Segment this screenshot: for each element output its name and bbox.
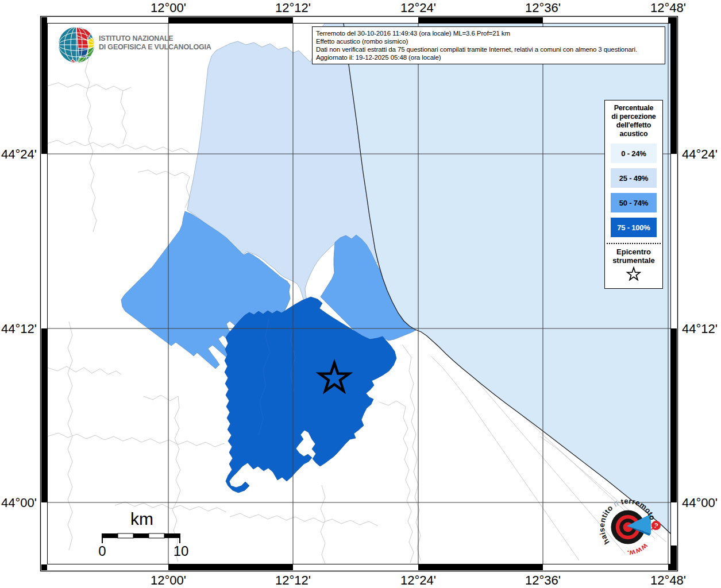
legend-swatch-label: 25 - 49% xyxy=(619,174,648,183)
axis-label-bottom: 12°12' xyxy=(275,573,311,587)
info-line-data: Dati non verificati estratti da 75 quest… xyxy=(316,45,661,53)
axis-label-left: 44°00' xyxy=(1,496,37,510)
map-canvas: km 0 10 12°00' 12°12' 12°24' 12°36' 12°4… xyxy=(0,0,721,588)
axis-label-left: 44°24' xyxy=(1,147,37,161)
axis-label-left: 44°12' xyxy=(1,322,37,336)
legend-swatch-label: 75 - 100% xyxy=(617,223,650,232)
epicenter-star-icon xyxy=(605,266,662,283)
scale-bar-unit: km xyxy=(130,509,153,528)
ingv-text-line1: ISTITUTO NAZIONALE xyxy=(99,34,211,43)
ingv-text-line2: DI GEOFISICA E VULCANOLOGIA xyxy=(99,43,211,52)
axis-label-top: 12°24' xyxy=(400,1,436,15)
axis-label-right: 44°24' xyxy=(682,147,718,161)
scale-bar-start: 0 xyxy=(98,543,106,559)
legend-title-line: acustico xyxy=(605,130,662,138)
axis-label-bottom: 12°24' xyxy=(400,573,436,587)
axis-label-top: 12°12' xyxy=(275,1,311,15)
legend-swatch-0-24: 0 - 24% xyxy=(611,144,657,163)
axis-label-bottom: 12°48' xyxy=(650,573,686,587)
legend-swatch-label: 0 - 24% xyxy=(621,149,646,158)
legend-divider xyxy=(607,243,661,244)
info-line-updated: Aggiornato il: 19-12-2025 05:48 (ora loc… xyxy=(316,53,661,61)
event-info-box: Terremoto del 30-10-2016 11:49:43 (ora l… xyxy=(312,26,665,64)
legend-swatch-75-100: 75 - 100% xyxy=(611,218,657,237)
legend-title-line: Percentuale xyxy=(605,104,662,113)
axis-label-right: 44°00' xyxy=(682,496,718,510)
legend-title-line: di percezione xyxy=(605,113,662,121)
legend: Percentuale di percezione dell'effetto a… xyxy=(604,100,663,289)
info-line-effect: Effetto acustico (rombo sismico) xyxy=(316,37,661,45)
legend-swatch-50-74: 50 - 74% xyxy=(611,193,657,212)
axis-label-right: 44°12' xyxy=(682,322,718,336)
axis-label-top: 12°36' xyxy=(525,1,561,15)
legend-swatch-label: 50 - 74% xyxy=(619,199,648,207)
ingv-logo-text: ISTITUTO NAZIONALE DI GEOFISICA E VULCAN… xyxy=(99,34,211,52)
axis-label-top: 12°00' xyxy=(151,1,186,15)
axis-label-bottom: 12°00' xyxy=(151,573,186,587)
axis-label-top: 12°48' xyxy=(650,1,686,15)
watermark-tld: .it xyxy=(649,522,658,531)
legend-title-line: dell'effetto xyxy=(605,121,662,130)
map-page: km 0 10 12°00' 12°12' 12°24' 12°36' 12°4… xyxy=(0,0,721,588)
map-content: km 0 10 xyxy=(47,23,671,564)
axis-label-bottom: 12°36' xyxy=(525,573,561,587)
legend-swatch-25-49: 25 - 49% xyxy=(611,168,657,188)
legend-epicenter-line: strumentale xyxy=(605,256,662,265)
info-line-event: Terremoto del 30-10-2016 11:49:43 (ora l… xyxy=(316,29,661,37)
legend-epicenter-line: Epicentro xyxy=(605,247,662,256)
scale-bar-end: 10 xyxy=(173,543,189,559)
